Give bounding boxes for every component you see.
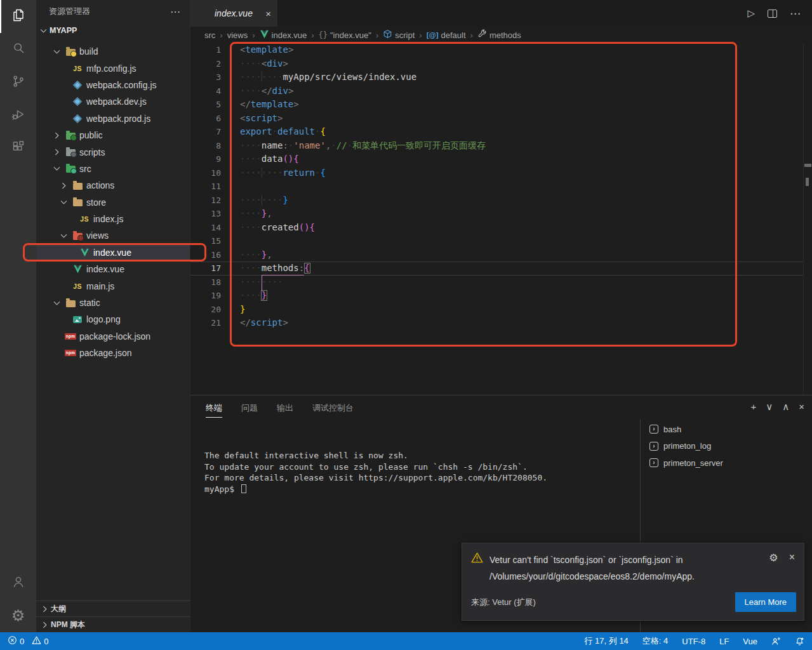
warning-icon: [32, 635, 41, 647]
breadcrumb-separator: ›: [252, 30, 255, 40]
line-number: 3: [190, 70, 221, 84]
status-bell-icon[interactable]: [795, 637, 804, 646]
tree-item-webpack.dev.js[interactable]: webpack.dev.js: [36, 93, 190, 110]
breadcrumb-item-src[interactable]: src: [204, 30, 215, 40]
code-line-text: ····</div>: [240, 84, 293, 98]
run-debug-icon: [11, 107, 26, 124]
tree-item-actions[interactable]: actions: [36, 177, 190, 194]
tree-item-public[interactable]: public: [36, 127, 190, 143]
close-icon[interactable]: ×: [789, 552, 795, 585]
terminal-output[interactable]: The default interactive shell is now zsh…: [204, 450, 547, 494]
tree-item-mfp.config.js[interactable]: JSmfp.config.js: [36, 60, 190, 76]
close-panel-icon[interactable]: ×: [799, 401, 804, 413]
more-actions-icon[interactable]: ⋯: [790, 7, 801, 20]
line-number: 9: [190, 152, 221, 166]
terminal-dropdown-icon[interactable]: ∨: [766, 401, 773, 413]
breadcrumb-label: "index.vue": [330, 30, 371, 40]
breadcrumb-item-index.vue[interactable]: {}"index.vue": [319, 30, 371, 40]
activity-bar-item-run-debug[interactable]: [0, 99, 36, 132]
status-item[interactable]: LF: [719, 637, 729, 646]
status-count-value: 0: [44, 637, 48, 646]
tree-item-build[interactable]: build: [36, 43, 190, 60]
tree-item-index.vue[interactable]: index.vue: [36, 261, 190, 277]
line-number: 14: [190, 221, 221, 235]
code-line-text: ····data(){: [240, 152, 299, 166]
panel-tab-终端[interactable]: 终端: [206, 402, 222, 418]
activity-bar-item-settings[interactable]: ⚙: [0, 599, 36, 632]
terminal-instance-primeton_log[interactable]: ›primeton_log: [641, 438, 812, 455]
tree-item-store[interactable]: store: [36, 194, 190, 211]
npm-scripts-section[interactable]: NPM 脚本: [36, 616, 190, 632]
gear-icon[interactable]: ⚙: [769, 552, 778, 585]
breadcrumb-label: methods: [489, 30, 521, 40]
status-error-count[interactable]: 0: [8, 635, 24, 647]
activity-bar-item-account[interactable]: [0, 566, 36, 599]
more-actions-icon[interactable]: ⋯: [170, 6, 181, 18]
terminal-instance-primeton_server[interactable]: ›primeton_server: [641, 454, 812, 472]
new-terminal-icon[interactable]: +: [751, 401, 757, 413]
learn-more-button[interactable]: Learn More: [735, 592, 796, 612]
breadcrumb-item-script[interactable]: script: [383, 29, 415, 41]
status-item[interactable]: 行 17, 列 14: [584, 635, 628, 647]
code-line-text: </template>: [240, 98, 299, 112]
breadcrumb-label: views: [227, 30, 248, 40]
minimap[interactable]: [803, 43, 812, 395]
tree-item-logo.png[interactable]: logo.png: [36, 311, 190, 328]
breadcrumb-item-default[interactable]: [@]default: [427, 30, 466, 40]
outline-section[interactable]: 大纲: [36, 600, 190, 616]
tree-item-webpack.prod.js[interactable]: webpack.prod.js: [36, 110, 190, 127]
status-bar: 00 行 17, 列 14空格: 4UTF-8LFVue: [0, 632, 812, 650]
tree-item-package.json[interactable]: npmpackage.json: [36, 345, 190, 361]
breadcrumb-item-views[interactable]: views: [227, 30, 248, 40]
run-icon[interactable]: ▷: [747, 8, 755, 19]
code-line-text: export·default·{: [240, 125, 326, 139]
panel-tab-调试控制台[interactable]: 调试控制台: [312, 402, 354, 418]
chevron-down-icon: [52, 164, 62, 173]
tree-item-src[interactable]: src: [36, 161, 190, 177]
folder-views-icon: [72, 232, 83, 240]
folder-build-icon: [65, 48, 76, 56]
tree-item-package-lock.json[interactable]: npmpackage-lock.json: [36, 328, 190, 345]
chevron-right-icon: [59, 181, 69, 190]
vue-icon: [260, 30, 269, 41]
status-feedback-icon[interactable]: [771, 637, 781, 646]
line-number: 21: [190, 316, 221, 330]
breadcrumb-item-methods[interactable]: methods: [477, 29, 521, 41]
terminal-instance-label: primeton_log: [663, 441, 711, 451]
tree-item-webpack.config.js[interactable]: webpack.config.js: [36, 77, 190, 93]
status-item[interactable]: Vue: [743, 637, 757, 646]
status-item[interactable]: UTF-8: [682, 637, 705, 646]
tree-item-label: mfp.config.js: [86, 63, 136, 74]
chevron-right-icon: [52, 147, 62, 157]
tree-item-views[interactable]: views: [36, 227, 190, 244]
chevron-down-icon: [52, 298, 62, 308]
code-line-20: 20}: [190, 303, 812, 317]
activity-bar-item-source-control[interactable]: [0, 66, 36, 99]
activity-bar-item-explorer[interactable]: [0, 0, 36, 33]
close-icon[interactable]: ×: [265, 8, 271, 19]
maximize-panel-icon[interactable]: ∧: [782, 401, 789, 413]
activity-bar-item-search[interactable]: [0, 33, 36, 66]
status-warning-count[interactable]: 0: [32, 635, 48, 647]
tree-item-static[interactable]: static: [36, 295, 190, 311]
tab-index-vue[interactable]: index.vue ×: [190, 0, 277, 27]
terminal-instance-bash[interactable]: ›bash: [641, 421, 812, 438]
prompt-text: myApp$: [204, 484, 239, 494]
tree-item-scripts[interactable]: scripts: [36, 143, 190, 160]
panel-tab-问题[interactable]: 问题: [241, 402, 258, 418]
chevron-right-icon: [52, 131, 62, 140]
tree-item-main.js[interactable]: JSmain.js: [36, 277, 190, 294]
tree-item-index.vue[interactable]: index.vue: [36, 244, 190, 261]
tree-item-index.js[interactable]: JSindex.js: [36, 211, 190, 227]
code-line-12: 12········}: [190, 194, 812, 208]
breadcrumb-item-index.vue[interactable]: index.vue: [260, 30, 307, 41]
activity-bar-item-extensions[interactable]: [0, 132, 36, 165]
status-item[interactable]: 空格: 4: [642, 635, 668, 647]
breadcrumb-separator: ›: [419, 30, 422, 40]
split-editor-icon[interactable]: [768, 10, 777, 18]
code-editor[interactable]: 1<template>2····<div>3········myApp/src/…: [190, 43, 812, 395]
tree-item-label: webpack.dev.js: [86, 96, 147, 107]
panel-tab-输出[interactable]: 输出: [277, 402, 293, 418]
line-number: 1: [190, 43, 221, 57]
project-section-header[interactable]: MYAPP: [36, 23, 190, 38]
